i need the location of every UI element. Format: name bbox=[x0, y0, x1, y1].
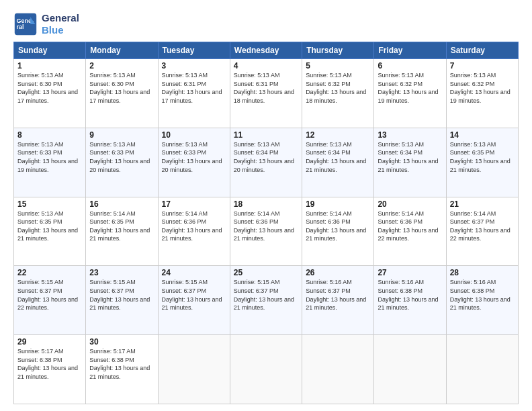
day-number: 13 bbox=[378, 130, 442, 140]
day-number: 27 bbox=[378, 268, 442, 277]
calendar-cell: 18 Sunrise: 5:14 AM Sunset: 6:36 PM Dayl… bbox=[230, 197, 302, 266]
sunset-label: Sunset: 6:35 PM bbox=[89, 218, 134, 225]
calendar-cell bbox=[446, 335, 518, 404]
sunset-label: Sunset: 6:37 PM bbox=[234, 287, 279, 294]
sunset-label: Sunset: 6:36 PM bbox=[234, 218, 279, 225]
sunset-label: Sunset: 6:36 PM bbox=[306, 218, 351, 225]
week-row-4: 22 Sunrise: 5:15 AM Sunset: 6:37 PM Dayl… bbox=[14, 266, 519, 335]
day-number: 7 bbox=[450, 61, 515, 71]
daylight-label: Daylight: 13 hours and 21 minutes. bbox=[378, 158, 438, 173]
day-header-wednesday: Wednesday bbox=[230, 42, 302, 59]
sunrise-label: Sunrise: 5:13 AM bbox=[306, 72, 352, 79]
daylight-label: Daylight: 13 hours and 21 minutes. bbox=[89, 227, 150, 242]
sunrise-label: Sunrise: 5:14 AM bbox=[234, 210, 280, 217]
day-info: Sunrise: 5:13 AM Sunset: 6:33 PM Dayligh… bbox=[17, 140, 82, 174]
sunrise-label: Sunrise: 5:13 AM bbox=[162, 72, 208, 79]
page: Gene- ral General Blue SundayMondayTuesd… bbox=[0, 0, 532, 411]
sunset-label: Sunset: 6:37 PM bbox=[89, 287, 134, 294]
sunset-label: Sunset: 6:35 PM bbox=[450, 149, 495, 156]
sunset-label: Sunset: 6:30 PM bbox=[89, 81, 134, 87]
day-number: 23 bbox=[89, 268, 154, 277]
calendar-cell bbox=[302, 335, 374, 404]
day-number: 20 bbox=[378, 199, 442, 209]
day-number: 29 bbox=[17, 337, 82, 347]
day-info: Sunrise: 5:17 AM Sunset: 6:38 PM Dayligh… bbox=[89, 347, 154, 381]
day-info: Sunrise: 5:13 AM Sunset: 6:31 PM Dayligh… bbox=[162, 71, 226, 105]
day-header-friday: Friday bbox=[374, 42, 446, 59]
sunrise-label: Sunrise: 5:16 AM bbox=[378, 279, 424, 285]
sunrise-label: Sunrise: 5:13 AM bbox=[378, 72, 424, 79]
day-info: Sunrise: 5:13 AM Sunset: 6:35 PM Dayligh… bbox=[450, 140, 515, 174]
header: Gene- ral General Blue bbox=[13, 12, 519, 36]
day-number: 24 bbox=[162, 268, 226, 277]
day-info: Sunrise: 5:15 AM Sunset: 6:37 PM Dayligh… bbox=[89, 278, 154, 312]
day-number: 14 bbox=[450, 130, 515, 140]
sunset-label: Sunset: 6:38 PM bbox=[89, 357, 134, 363]
sunset-label: Sunset: 6:38 PM bbox=[450, 287, 495, 294]
sunset-label: Sunset: 6:38 PM bbox=[378, 287, 423, 294]
calendar-cell: 12 Sunrise: 5:13 AM Sunset: 6:34 PM Dayl… bbox=[302, 128, 374, 197]
daylight-label: Daylight: 13 hours and 19 minutes. bbox=[17, 158, 78, 173]
daylight-label: Daylight: 13 hours and 21 minutes. bbox=[17, 365, 78, 380]
sunset-label: Sunset: 6:33 PM bbox=[162, 149, 207, 156]
calendar-cell: 26 Sunrise: 5:16 AM Sunset: 6:37 PM Dayl… bbox=[302, 266, 374, 335]
calendar-cell: 8 Sunrise: 5:13 AM Sunset: 6:33 PM Dayli… bbox=[14, 128, 86, 197]
sunrise-label: Sunrise: 5:16 AM bbox=[450, 279, 496, 285]
daylight-label: Daylight: 13 hours and 21 minutes. bbox=[89, 296, 150, 312]
calendar-cell: 10 Sunrise: 5:13 AM Sunset: 6:33 PM Dayl… bbox=[158, 128, 230, 197]
sunset-label: Sunset: 6:31 PM bbox=[162, 81, 207, 87]
logo: Gene- ral General Blue bbox=[13, 12, 79, 36]
day-info: Sunrise: 5:16 AM Sunset: 6:38 PM Dayligh… bbox=[378, 278, 442, 312]
sunrise-label: Sunrise: 5:17 AM bbox=[89, 348, 136, 355]
sunrise-label: Sunrise: 5:15 AM bbox=[89, 279, 136, 285]
sunset-label: Sunset: 6:31 PM bbox=[234, 81, 279, 87]
sunrise-label: Sunrise: 5:13 AM bbox=[17, 141, 64, 148]
sunset-label: Sunset: 6:34 PM bbox=[378, 149, 423, 156]
sunset-label: Sunset: 6:32 PM bbox=[450, 81, 495, 87]
calendar-cell: 25 Sunrise: 5:15 AM Sunset: 6:37 PM Dayl… bbox=[230, 266, 302, 335]
day-info: Sunrise: 5:15 AM Sunset: 6:37 PM Dayligh… bbox=[17, 278, 82, 312]
day-number: 25 bbox=[234, 268, 298, 277]
day-number: 22 bbox=[17, 268, 82, 277]
sunrise-label: Sunrise: 5:13 AM bbox=[450, 72, 496, 79]
sunrise-label: Sunrise: 5:13 AM bbox=[378, 141, 424, 148]
day-info: Sunrise: 5:13 AM Sunset: 6:30 PM Dayligh… bbox=[89, 71, 154, 105]
day-info: Sunrise: 5:13 AM Sunset: 6:32 PM Dayligh… bbox=[306, 71, 370, 105]
calendar-cell: 3 Sunrise: 5:13 AM Sunset: 6:31 PM Dayli… bbox=[158, 59, 230, 128]
daylight-label: Daylight: 13 hours and 21 minutes. bbox=[306, 227, 366, 242]
calendar-cell: 16 Sunrise: 5:14 AM Sunset: 6:35 PM Dayl… bbox=[86, 197, 158, 266]
day-number: 5 bbox=[306, 61, 370, 71]
sunset-label: Sunset: 6:38 PM bbox=[17, 357, 62, 363]
daylight-label: Daylight: 13 hours and 21 minutes. bbox=[306, 158, 366, 173]
calendar-table: SundayMondayTuesdayWednesdayThursdayFrid… bbox=[13, 42, 519, 404]
day-info: Sunrise: 5:15 AM Sunset: 6:37 PM Dayligh… bbox=[234, 278, 298, 312]
calendar-cell: 14 Sunrise: 5:13 AM Sunset: 6:35 PM Dayl… bbox=[446, 128, 518, 197]
daylight-label: Daylight: 13 hours and 21 minutes. bbox=[17, 227, 78, 242]
daylight-label: Daylight: 13 hours and 21 minutes. bbox=[306, 296, 366, 312]
sunset-label: Sunset: 6:36 PM bbox=[378, 218, 423, 225]
week-row-2: 8 Sunrise: 5:13 AM Sunset: 6:33 PM Dayli… bbox=[14, 128, 519, 197]
calendar-body: 1 Sunrise: 5:13 AM Sunset: 6:30 PM Dayli… bbox=[14, 59, 519, 404]
day-info: Sunrise: 5:14 AM Sunset: 6:35 PM Dayligh… bbox=[89, 210, 154, 243]
calendar-cell: 23 Sunrise: 5:15 AM Sunset: 6:37 PM Dayl… bbox=[86, 266, 158, 335]
calendar-cell: 30 Sunrise: 5:17 AM Sunset: 6:38 PM Dayl… bbox=[86, 335, 158, 404]
calendar-header-row: SundayMondayTuesdayWednesdayThursdayFrid… bbox=[14, 42, 519, 59]
day-header-sunday: Sunday bbox=[14, 42, 86, 59]
daylight-label: Daylight: 13 hours and 17 minutes. bbox=[17, 89, 78, 104]
day-info: Sunrise: 5:17 AM Sunset: 6:38 PM Dayligh… bbox=[17, 347, 82, 381]
daylight-label: Daylight: 13 hours and 19 minutes. bbox=[378, 89, 438, 104]
week-row-5: 29 Sunrise: 5:17 AM Sunset: 6:38 PM Dayl… bbox=[14, 335, 519, 404]
calendar-cell: 7 Sunrise: 5:13 AM Sunset: 6:32 PM Dayli… bbox=[446, 59, 518, 128]
sunset-label: Sunset: 6:35 PM bbox=[17, 218, 62, 225]
sunset-label: Sunset: 6:34 PM bbox=[234, 149, 279, 156]
daylight-label: Daylight: 13 hours and 18 minutes. bbox=[234, 89, 294, 104]
day-header-tuesday: Tuesday bbox=[158, 42, 230, 59]
day-number: 12 bbox=[306, 130, 370, 140]
sunrise-label: Sunrise: 5:13 AM bbox=[89, 141, 136, 148]
day-info: Sunrise: 5:13 AM Sunset: 6:34 PM Dayligh… bbox=[378, 140, 442, 174]
day-info: Sunrise: 5:13 AM Sunset: 6:34 PM Dayligh… bbox=[306, 140, 370, 174]
sunset-label: Sunset: 6:33 PM bbox=[89, 149, 134, 156]
day-info: Sunrise: 5:13 AM Sunset: 6:32 PM Dayligh… bbox=[450, 71, 515, 105]
day-info: Sunrise: 5:16 AM Sunset: 6:37 PM Dayligh… bbox=[306, 278, 370, 312]
daylight-label: Daylight: 13 hours and 17 minutes. bbox=[162, 89, 222, 104]
